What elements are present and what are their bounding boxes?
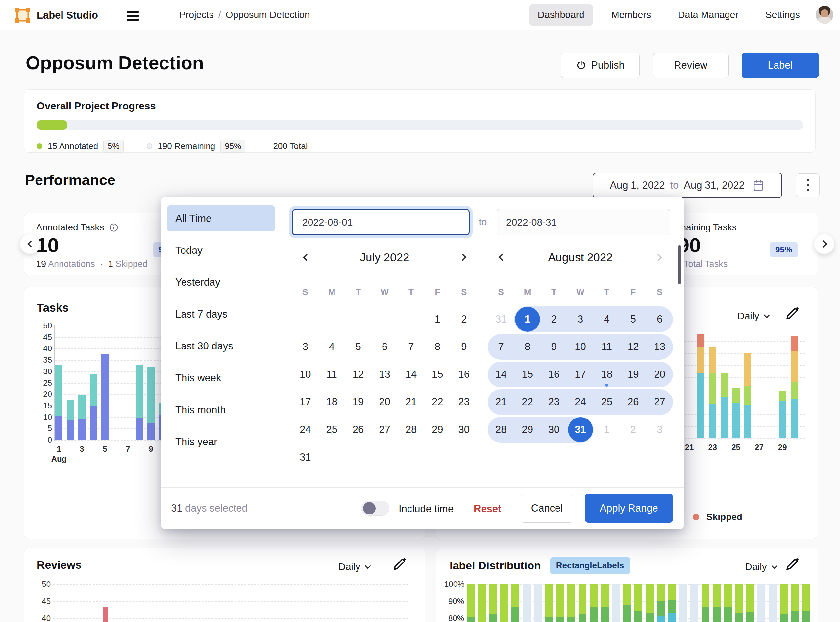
annotations-period-dropdown[interactable]: Daily [738,310,769,322]
calendar-day[interactable]: 12 [345,361,371,387]
today-dot [605,384,608,387]
cancel-button[interactable]: Cancel [521,494,573,523]
calendar-day[interactable]: 19 [345,389,371,415]
calendar-day[interactable]: 4 [319,334,345,360]
calendar-day[interactable]: 26 [345,416,371,443]
calendar-day[interactable]: 22 [424,389,451,415]
calendar-prev-month-button[interactable] [491,247,511,267]
power-icon [576,60,586,71]
calendar-day[interactable]: 29 [424,416,451,443]
calendar-day[interactable]: 6 [647,306,673,332]
review-button[interactable]: Review [653,53,729,78]
nav-item-settings[interactable]: Settings [757,4,808,26]
calendar-day[interactable]: 23 [541,389,567,415]
calendar-day[interactable]: 3 [292,334,318,360]
date-range-button[interactable]: Aug 1, 2022 to Aug 31, 2022 [593,172,782,198]
nav-item-data-manager[interactable]: Data Manager [669,4,747,26]
modal-scrollbar[interactable] [678,245,681,284]
calendar-day[interactable]: 11 [594,334,620,360]
calendar-day[interactable]: 22 [515,389,541,415]
distribution-period-dropdown[interactable]: Daily [745,561,776,572]
calendar-day[interactable]: 2 [451,306,477,332]
calendar-day[interactable]: 10 [292,361,318,387]
calendar-day[interactable]: 13 [372,361,398,387]
calendar-day[interactable]: 3 [567,306,594,332]
apply-range-button[interactable]: Apply Range [585,494,673,523]
calendar-day[interactable]: 7 [398,334,424,360]
calendar-day[interactable]: 15 [515,361,541,387]
bar-segment [623,584,631,605]
reviews-period-dropdown[interactable]: Daily [338,561,370,572]
calendar-day[interactable]: 7 [488,334,514,360]
calendar-day[interactable]: 19 [620,361,646,387]
calendar-next-month-button[interactable] [650,247,670,267]
calendar-day[interactable]: 16 [451,361,477,387]
calendar-next-month-button[interactable] [454,247,474,267]
calendar-day[interactable]: 5 [620,306,646,332]
calendar-day[interactable]: 25 [319,416,345,443]
calendar-day[interactable]: 2 [541,306,567,332]
calendar-day[interactable]: 8 [515,334,541,360]
skipped-label: Skipped [115,259,148,269]
calendar-day[interactable]: 16 [541,361,567,387]
calendar-day[interactable]: 30 [451,416,477,443]
calendar-day[interactable]: 30 [541,416,567,443]
calendar-day[interactable]: 28 [488,416,514,443]
calendar-day[interactable]: 10 [567,334,594,360]
calendar-day[interactable]: 20 [647,361,673,387]
calendar-day[interactable]: 4 [594,306,620,332]
include-time-toggle[interactable] [361,501,389,516]
nav-item-dashboard[interactable]: Dashboard [529,4,593,26]
carousel-next-button[interactable] [814,234,834,254]
calendar-day[interactable]: 28 [398,416,424,443]
calendar-day[interactable]: 1 [424,306,451,332]
calendar-day[interactable]: 21 [488,389,514,415]
calendar-day[interactable]: 31 [567,416,594,443]
calendar-day[interactable]: 8 [424,334,451,360]
nav-item-members[interactable]: Members [603,4,660,26]
calendar-day[interactable]: 29 [515,416,541,443]
calendar-day[interactable]: 26 [620,389,646,415]
calendar-day[interactable]: 17 [292,389,318,415]
calendar-day[interactable]: 23 [451,389,477,415]
publish-button[interactable]: Publish [561,53,640,78]
calendar-day[interactable]: 31 [488,306,514,332]
reset-button[interactable]: Reset [473,503,501,515]
calendar-day[interactable]: 12 [620,334,646,360]
calendar-day[interactable]: 3 [647,416,673,443]
calendar-day[interactable]: 14 [488,361,514,387]
calendar-day[interactable]: 13 [647,334,673,360]
calendar-day[interactable]: 31 [292,444,318,470]
calendar-day[interactable]: 25 [594,389,620,415]
calendar-day[interactable]: 15 [424,361,451,387]
calendar-day[interactable]: 24 [292,416,318,443]
calendar-day[interactable]: 1 [515,306,541,332]
calendar-day[interactable]: 20 [372,389,398,415]
bar-segment [556,617,564,622]
distribution-edit-pencil-icon[interactable] [785,557,799,573]
calendar-day[interactable]: 9 [451,334,477,360]
calendar-day[interactable]: 27 [372,416,398,443]
annotations-edit-pencil-icon[interactable] [785,306,799,322]
more-options-kebab-button[interactable] [796,173,820,197]
calendar-day[interactable]: 9 [541,334,567,360]
calendar-day[interactable]: 18 [319,389,345,415]
calendar-day[interactable]: 24 [567,389,594,415]
calendar-day[interactable]: 17 [567,361,594,387]
calendar-day[interactable]: 5 [345,334,371,360]
user-avatar[interactable] [816,6,834,24]
hamburger-menu-icon[interactable] [127,9,139,23]
carousel-prev-button[interactable] [20,234,40,254]
calendar-day[interactable]: 14 [398,361,424,387]
calendar-day[interactable]: 21 [398,389,424,415]
info-icon[interactable] [109,223,119,232]
reviews-edit-pencil-icon[interactable] [392,557,406,573]
calendar-day[interactable]: 1 [594,416,620,443]
breadcrumb-projects[interactable]: Projects [179,9,214,20]
calendar-day[interactable]: 2 [620,416,646,443]
calendar-prev-month-button[interactable] [295,247,315,267]
label-button[interactable]: Label [742,53,819,78]
calendar-day[interactable]: 27 [647,389,673,415]
calendar-day[interactable]: 6 [372,334,398,360]
calendar-day[interactable]: 11 [319,361,345,387]
